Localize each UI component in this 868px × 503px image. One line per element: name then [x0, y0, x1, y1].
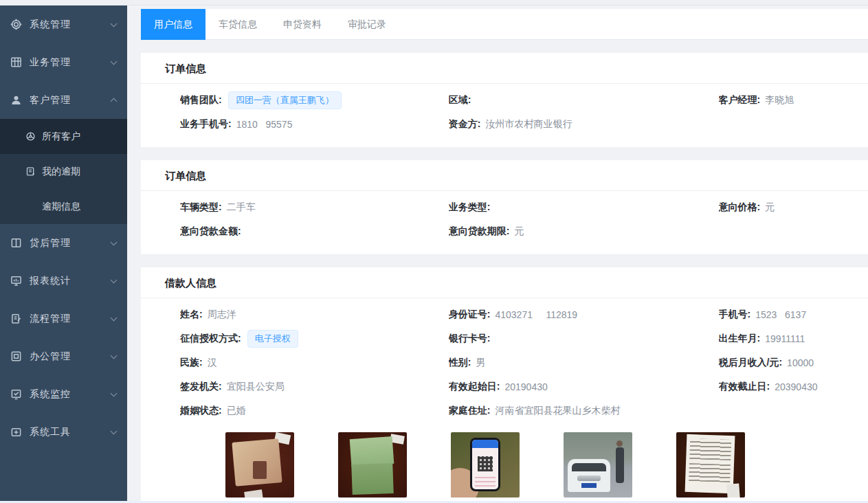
- sidebar-item-label: 客户管理: [30, 94, 111, 107]
- tab-approval-records[interactable]: 审批记录: [335, 9, 399, 40]
- sidebar: 系统管理 业务管理 客户管理 所有客户 我的逾期 逾期信息: [0, 5, 127, 501]
- field-label: 身份证号:: [449, 309, 491, 321]
- field-value: 周志洋: [208, 309, 236, 321]
- tab-loan-application-docs[interactable]: 申贷资料: [270, 9, 335, 40]
- photo-id-card[interactable]: 身份证: [225, 432, 294, 503]
- field-value: 李晓旭: [765, 94, 794, 107]
- field-gender: 性别: 男: [449, 357, 719, 369]
- photo-other-document[interactable]: 其他资料: [676, 432, 745, 503]
- chevron-down-icon: [111, 390, 118, 396]
- sidebar-item-label: 报表统计: [30, 275, 111, 287]
- field-label: 有效起始日:: [449, 381, 500, 393]
- field-label: 签发机关:: [180, 381, 222, 393]
- sidebar-item-label: 贷后管理: [30, 237, 111, 249]
- sidebar-item-label: 系统工具: [30, 426, 111, 438]
- sidebar-item-postloan-management[interactable]: 贷后管理: [0, 224, 127, 262]
- book-icon: [10, 237, 22, 249]
- field-mobile: 手机号: 1523 6137: [719, 309, 852, 321]
- sidebar-item-label: 所有客户: [42, 131, 80, 143]
- field-value: 20190430: [504, 381, 547, 392]
- field-business-type: 业务类型:: [449, 201, 719, 214]
- field-id-number: 身份证号: 4103271 112819: [449, 309, 719, 321]
- field-value: 二手车: [227, 201, 256, 214]
- field-label: 性别:: [449, 357, 471, 369]
- sales-team-tag: 四团一营（直属王鹏飞）: [228, 91, 342, 109]
- sidebar-item-all-customers[interactable]: 所有客户: [0, 119, 127, 154]
- field-region: 区域:: [449, 94, 719, 107]
- field-value: 汉: [208, 357, 217, 369]
- sidebar-item-overdue-info[interactable]: 逾期信息: [0, 189, 127, 224]
- field-home-address: 家庭住址: 河南省宜阳县花果山乡木柴村: [449, 405, 719, 417]
- sidebar-item-system-monitor[interactable]: 系统监控: [0, 375, 127, 413]
- field-value: 宜阳县公安局: [227, 381, 285, 393]
- sidebar-item-label: 我的逾期: [42, 166, 80, 178]
- field-label: 意向贷款金额:: [180, 225, 241, 238]
- field-ethnicity: 民族: 汉: [180, 357, 449, 369]
- chevron-down-icon: [111, 314, 118, 321]
- sidebar-item-report-statistics[interactable]: 报表统计: [0, 262, 127, 300]
- sidebar-item-label: 逾期信息: [42, 201, 80, 213]
- borrower-info-card: 借款人信息 姓名: 周志洋 身份证号: 4103271 112819 手机号: …: [141, 267, 868, 503]
- field-sales-team: 销售团队: 四团一营（直属王鹏飞）: [180, 91, 449, 109]
- field-bank-card: 银行卡号:: [449, 333, 719, 345]
- field-marital-status: 婚姻状态: 已婚: [180, 405, 449, 417]
- person-car-photo-thumbnail[interactable]: [564, 432, 632, 498]
- id-card-photo-thumbnail[interactable]: [225, 432, 294, 498]
- household-booklet-photo-thumbnail[interactable]: [338, 432, 407, 498]
- credit-auth-photo-thumbnail[interactable]: [451, 432, 520, 498]
- field-value: 10000: [787, 357, 814, 368]
- chevron-down-icon: [111, 20, 118, 27]
- sidebar-item-system-tools[interactable]: 系统工具: [0, 413, 127, 451]
- tab-user-info[interactable]: 用户信息: [141, 9, 205, 40]
- detail-tabs: 用户信息 车贷信息 申贷资料 审批记录: [141, 9, 868, 40]
- field-credit-auth-method: 征信授权方式: 电子授权: [180, 330, 449, 348]
- field-monthly-income: 税后月收入/元: 10000: [719, 357, 852, 369]
- photo-household-booklet[interactable]: 户口本: [338, 432, 407, 503]
- field-label: 有效截止日:: [719, 381, 770, 393]
- borrower-photos: 身份证 户口本 征信授权: [225, 432, 852, 503]
- sidebar-item-customer-management[interactable]: 客户管理: [0, 81, 127, 119]
- user-icon: [10, 94, 22, 106]
- field-label: 民族:: [180, 357, 203, 369]
- sidebar-item-my-overdue[interactable]: 我的逾期: [0, 154, 127, 189]
- photo-credit-auth[interactable]: 征信授权: [451, 432, 520, 503]
- photo-person-with-car[interactable]: 人车合影: [564, 432, 632, 503]
- field-value: 男: [476, 357, 485, 369]
- field-label: 征信授权方式:: [180, 333, 241, 345]
- field-account-manager: 客户经理: 李晓旭: [719, 94, 852, 107]
- monitor-check-icon: [10, 388, 22, 400]
- field-label: 手机号:: [719, 309, 751, 321]
- sidebar-item-label: 系统管理: [30, 19, 111, 31]
- field-label: 客户经理:: [719, 94, 761, 107]
- nested-square-icon: [10, 350, 22, 362]
- sidebar-item-business-management[interactable]: 业务管理: [0, 43, 127, 81]
- sidebar-item-process-management[interactable]: 流程管理: [0, 300, 127, 337]
- chevron-down-icon: [111, 276, 118, 283]
- field-value: 河南省宜阳县花果山乡木柴村: [495, 405, 620, 417]
- field-value: 汝州市农村商业银行: [485, 118, 572, 131]
- field-value: 20390430: [775, 381, 817, 392]
- field-birth-date: 出生年月: 19911111: [719, 333, 852, 345]
- field-value: 元: [514, 225, 524, 238]
- field-label: 区域:: [449, 94, 471, 107]
- grid-icon: [10, 56, 22, 68]
- field-label: 出生年月:: [719, 333, 761, 345]
- clipboard-pencil-icon: [10, 313, 22, 324]
- sidebar-item-label: 办公管理: [30, 350, 111, 363]
- document-photo-thumbnail[interactable]: [676, 432, 745, 498]
- field-value: 1810 95575: [236, 119, 293, 130]
- credit-auth-tag: 电子授权: [247, 330, 298, 348]
- field-vehicle-type: 车辆类型: 二手车: [180, 201, 449, 214]
- field-label: 意向价格:: [719, 201, 761, 214]
- field-funder: 资金方: 汝州市农村商业银行: [449, 118, 719, 131]
- field-label: 销售团队:: [180, 94, 222, 107]
- sidebar-item-office-management[interactable]: 办公管理: [0, 337, 127, 375]
- sidebar-item-system-management[interactable]: 系统管理: [0, 5, 127, 43]
- monitor-icon: [10, 275, 22, 287]
- tab-car-loan-info[interactable]: 车贷信息: [205, 9, 270, 40]
- field-label: 婚姻状态:: [180, 405, 222, 417]
- field-value: 4103271 112819: [495, 309, 577, 320]
- loan-intent-card: 订单信息 车辆类型: 二手车 业务类型: 意向价格: 元 意向贷款金额:: [141, 160, 868, 254]
- order-info-card: 订单信息 销售团队: 四团一营（直属王鹏飞） 区域: 客户经理: 李晓旭 业务手: [141, 53, 868, 147]
- document-icon: [25, 166, 36, 177]
